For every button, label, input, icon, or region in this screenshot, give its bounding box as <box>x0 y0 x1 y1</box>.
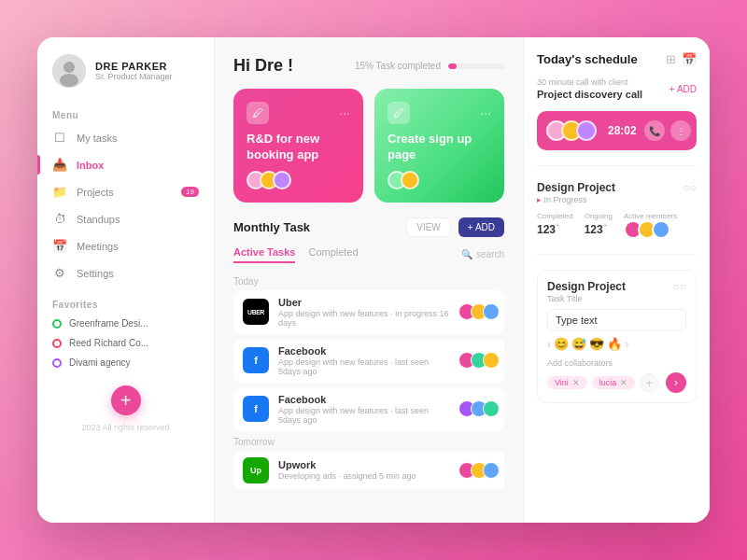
monthly-title: Monthly Task <box>233 220 310 234</box>
task-uber[interactable]: UBER Uber App design with new features ·… <box>233 290 504 334</box>
task-facebook-1[interactable]: f Facebook App design with new features … <box>233 339 504 383</box>
call-phone-icon[interactable]: 📞 <box>644 120 665 141</box>
stat-members: Active members <box>624 212 677 239</box>
card-avatars-pink <box>247 171 350 189</box>
task-info-upwork: Upwork Developing ads · assigned 5 min a… <box>278 459 449 481</box>
section-header-dp2: Design Project ○○ <box>547 280 686 293</box>
task-editor: Design Project ○○ Task Title ‹ 😊 😅 😎 🔥 ›… <box>537 270 697 403</box>
tabs-left: Active Tasks Completed <box>233 246 359 263</box>
card-pink[interactable]: 🖊 ··· R&D for new booking app <box>233 89 363 203</box>
dp1-dots[interactable]: ○○ <box>684 181 698 194</box>
chevron-right-icon[interactable]: › <box>625 337 628 351</box>
emoji-cool[interactable]: 😎 <box>589 337 604 351</box>
task-name-uber: Uber <box>278 297 449 308</box>
fav-item-2[interactable]: Divami agency <box>37 353 214 372</box>
card-icon-green: 🖊 <box>388 102 410 124</box>
call-more-icon[interactable]: ⋮ <box>670 120 691 141</box>
sidebar-item-standups[interactable]: ⏱ Standups <box>37 205 214 232</box>
sidebar-item-my-tasks[interactable]: ☐ My tasks <box>37 124 214 151</box>
stat-completed: Completed 123+ <box>537 212 573 239</box>
dp1-title: Design Project <box>537 181 615 194</box>
sidebar-item-label: Meetings <box>77 241 119 252</box>
cards-row: 🖊 ··· R&D for new booking app 🖊 ··· Crea… <box>233 89 504 203</box>
schedule-title: Today's schedule <box>537 52 638 66</box>
progress-bar-wrap <box>448 63 504 69</box>
collab-chip-vini: Vini ✕ <box>547 376 587 389</box>
task-info-fb1: Facebook App design with new features · … <box>278 345 449 376</box>
sidebar-item-meetings[interactable]: 📅 Meetings <box>37 232 214 259</box>
ongoing-number: 123 <box>585 223 603 236</box>
view-button[interactable]: VIEW <box>406 217 451 237</box>
schedule-icons: ⊞ 📅 <box>666 52 697 66</box>
fav-dot-0 <box>52 319 62 329</box>
sidebar-item-label: Projects <box>77 187 114 198</box>
emoji-fire[interactable]: 🔥 <box>607 337 622 351</box>
sidebar-item-inbox[interactable]: 📥 Inbox <box>37 151 214 178</box>
settings-icon: ⚙ <box>52 266 67 280</box>
standups-icon: ⏱ <box>52 212 67 226</box>
task-avatar <box>483 303 500 320</box>
fav-item-0[interactable]: Greenframe Desi... <box>37 314 214 333</box>
tab-active-tasks[interactable]: Active Tasks <box>233 246 295 263</box>
add-task-button[interactable]: + ADD <box>458 217 504 237</box>
call-card[interactable]: 28:02 📞 ⋮ <box>537 111 697 150</box>
call-duration: 28:02 <box>608 124 637 137</box>
card-avatar <box>273 171 291 189</box>
tabs-row: Active Tasks Completed 🔍 search <box>233 246 504 263</box>
sidebar-item-label: Standups <box>77 214 120 225</box>
card-green[interactable]: 🖊 ··· Create sign up page <box>374 89 504 203</box>
collab-label: Add collaborators <box>547 358 686 368</box>
collab-row: Vini ✕ lucia ✕ + › <box>547 372 686 393</box>
tab-completed[interactable]: Completed <box>308 246 358 263</box>
task-avatar <box>483 352 500 369</box>
stats-row: Completed 123+ Ongoing 123+ Active membe… <box>537 212 697 239</box>
card-icon: 🖊 <box>247 102 269 124</box>
meetings-icon: 📅 <box>52 239 67 253</box>
task-desc-fb2: App design with new features · last seen… <box>278 406 449 425</box>
emoji-sweat[interactable]: 😅 <box>571 337 586 351</box>
task-avatars-upwork <box>458 462 495 479</box>
tasks-icon: ☐ <box>52 131 67 145</box>
monthly-header: Monthly Task VIEW + ADD <box>233 217 504 237</box>
divider-1 <box>537 165 697 166</box>
task-avatars-fb2 <box>458 400 495 417</box>
task-facebook-2[interactable]: f Facebook App design with new features … <box>233 387 504 431</box>
sidebar-item-label: Settings <box>77 268 114 279</box>
task-desc-uber: App design with new features · In progre… <box>278 309 449 328</box>
chevron-left-icon[interactable]: ‹ <box>547 337 551 351</box>
task-upwork[interactable]: Up Upwork Developing ads · assigned 5 mi… <box>233 451 504 490</box>
schedule-add-link[interactable]: + ADD <box>669 84 697 94</box>
submit-collaborator-button[interactable]: › <box>666 372 686 393</box>
call-time-label: 30 minute call with client <box>537 77 642 87</box>
task-avatar <box>483 462 500 479</box>
section-tomorrow: Tomorrow <box>233 437 504 447</box>
task-avatar <box>483 400 500 417</box>
inbox-icon: 📥 <box>52 158 67 172</box>
dp2-dots[interactable]: ○○ <box>673 280 687 293</box>
task-text-input[interactable] <box>547 309 686 331</box>
search-wrap[interactable]: 🔍 search <box>461 249 504 259</box>
members-wrap <box>624 220 677 239</box>
remove-vini-button[interactable]: ✕ <box>572 378 580 387</box>
favorites-label: Favorites <box>37 287 214 314</box>
stat-completed-label: Completed <box>537 212 573 220</box>
main-header: Hi Dre ! 15% Task completed <box>233 56 504 76</box>
stat-ongoing-label: Ongoing <box>585 212 613 220</box>
remove-lucia-button[interactable]: ✕ <box>620 378 627 387</box>
add-button[interactable]: + <box>111 385 141 415</box>
dp1-status: ▸ In Progress <box>537 195 697 204</box>
sidebar-item-projects[interactable]: 📁 Projects 19 <box>37 178 214 205</box>
call-avatars <box>546 120 591 141</box>
fav-item-1[interactable]: Reed Richard Co... <box>37 333 214 353</box>
divider-2 <box>537 254 697 255</box>
collab-chip-lucia: lucia ✕ <box>592 376 636 389</box>
svg-point-2 <box>60 74 78 87</box>
grid-icon[interactable]: ⊞ <box>666 52 676 66</box>
sidebar-item-settings[interactable]: ⚙ Settings <box>37 259 214 287</box>
profile-info: DRE PARKER Sr. Product Manager <box>95 61 173 81</box>
add-collaborator-button[interactable]: + <box>640 373 658 392</box>
emoji-smile[interactable]: 😊 <box>554 337 569 351</box>
card-avatars-green <box>388 171 491 189</box>
calendar-icon[interactable]: 📅 <box>682 52 697 66</box>
task-desc-upwork: Developing ads · assigned 5 min ago <box>278 471 449 481</box>
